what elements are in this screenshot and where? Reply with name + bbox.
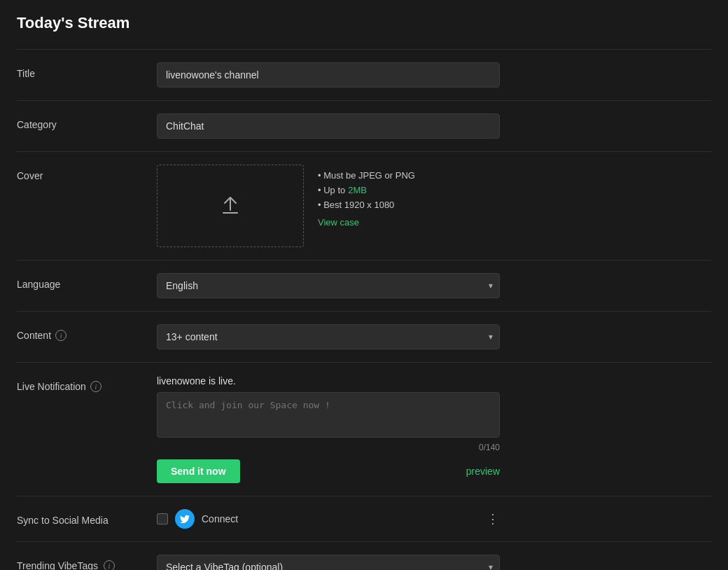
view-case-link[interactable]: View case [318, 217, 415, 228]
category-input[interactable] [157, 113, 500, 139]
cover-control: • Must be JPEG or PNG • Up to 2MB • Best… [157, 165, 711, 247]
category-control [157, 113, 711, 139]
language-select-wrapper: English Spanish French German Japanese ▾ [157, 273, 500, 298]
vibtags-label: Trending VibeTags i [17, 555, 157, 570]
vibtags-select-wrapper: Select a VibeTag (optional) ▾ [157, 555, 500, 570]
language-section: Language English Spanish French German J… [17, 260, 711, 311]
char-count: 0/140 [157, 443, 500, 452]
notification-control: livenowone is live. 0/140 Send it now pr… [157, 375, 711, 483]
language-label: Language [17, 273, 157, 290]
content-select[interactable]: 13+ content 18+ content All ages [157, 324, 500, 349]
send-now-button[interactable]: Send it now [157, 459, 240, 483]
title-input[interactable] [157, 62, 500, 88]
social-left: Connect [157, 509, 238, 529]
content-section: Content i 13+ content 18+ content All ag… [17, 311, 711, 362]
vibtags-info-icon: i [104, 560, 115, 570]
cover-content: • Must be JPEG or PNG • Up to 2MB • Best… [157, 165, 711, 247]
connect-text: Connect [202, 513, 238, 524]
language-control: English Spanish French German Japanese ▾ [157, 273, 711, 298]
page-container: Today's Stream Title Category Cover [0, 0, 728, 570]
category-section: Category [17, 100, 711, 151]
notification-info-icon: i [90, 381, 102, 392]
vibtags-select[interactable]: Select a VibeTag (optional) [157, 555, 500, 570]
cover-info: • Must be JPEG or PNG • Up to 2MB • Best… [318, 165, 415, 228]
social-sync-control: Connect ⋮ [157, 509, 711, 529]
social-sync-more-icon[interactable]: ⋮ [486, 511, 500, 527]
cover-section: Cover • Must be JPEG or PNG [17, 151, 711, 260]
twitter-badge [175, 509, 195, 529]
vibtags-control: Select a VibeTag (optional) ▾ [157, 555, 711, 570]
title-control [157, 62, 711, 88]
content-select-wrapper: 13+ content 18+ content All ages ▾ [157, 324, 500, 349]
content-control: 13+ content 18+ content All ages ▾ [157, 324, 711, 349]
social-sync-label: Sync to Social Media [17, 509, 157, 526]
language-select[interactable]: English Spanish French German Japanese [157, 273, 500, 298]
notification-textarea[interactable] [157, 392, 500, 438]
title-section: Title [17, 49, 711, 100]
notification-label: Live Notification i [17, 375, 157, 392]
content-label: Content i [17, 324, 157, 341]
social-sync-section: Sync to Social Media Connect ⋮ [17, 496, 711, 541]
category-label: Category [17, 113, 157, 130]
preview-link[interactable]: preview [466, 466, 500, 477]
notification-actions: Send it now preview [157, 459, 500, 483]
cover-hint-size: • Up to 2MB [318, 185, 415, 195]
notification-section: Live Notification i livenowone is live. … [17, 362, 711, 496]
social-row: Connect ⋮ [157, 509, 500, 529]
cover-label: Cover [17, 165, 157, 181]
content-info-icon: i [55, 330, 66, 341]
notification-prefix-text: livenowone is live. [157, 375, 711, 387]
page-title: Today's Stream [17, 14, 711, 32]
vibtags-section: Trending VibeTags i Select a VibeTag (op… [17, 541, 711, 570]
title-label: Title [17, 62, 157, 79]
cover-upload-box[interactable] [157, 165, 304, 247]
vibtag-row: Trending VibeTags i [17, 560, 115, 570]
upload-icon [219, 195, 241, 217]
cover-hint-jpeg: • Must be JPEG or PNG [318, 170, 415, 181]
social-sync-checkbox[interactable] [157, 513, 168, 524]
cover-hint-resolution: • Best 1920 x 1080 [318, 200, 415, 210]
